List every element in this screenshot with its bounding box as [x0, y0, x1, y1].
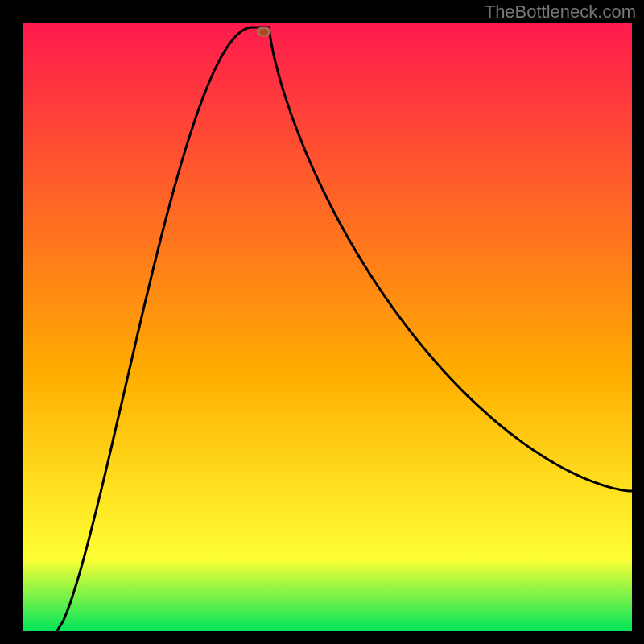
watermark-text: TheBottleneck.com [485, 2, 636, 23]
legend-dot-inner [260, 29, 268, 35]
bottleneck-chart [0, 0, 644, 644]
plot-area [23, 23, 632, 631]
